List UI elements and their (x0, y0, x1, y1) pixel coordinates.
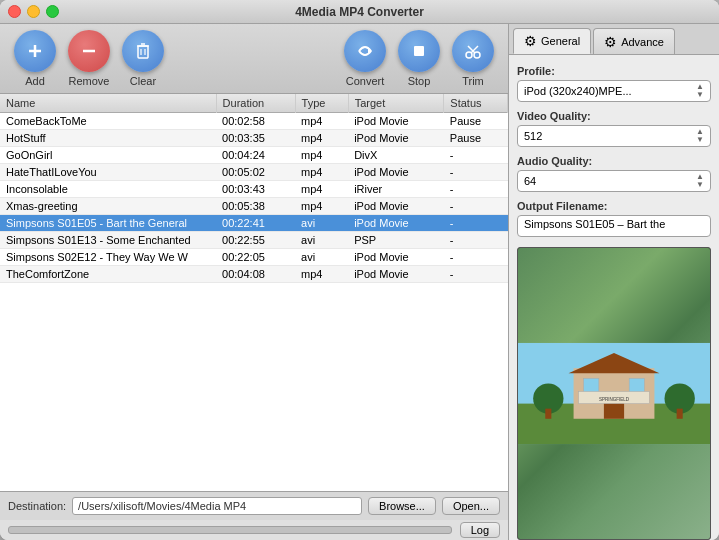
cell-name: TheComfortZone (0, 266, 216, 283)
cell-type: mp4 (295, 113, 348, 130)
cell-target: DivX (348, 147, 444, 164)
cell-name: HateThatILoveYou (0, 164, 216, 181)
cell-name: Simpsons S02E12 - They Way We W (0, 249, 216, 266)
cell-target: iPod Movie (348, 215, 444, 232)
profile-select[interactable]: iPod (320x240)MPE... ▲ ▼ (517, 80, 711, 102)
destination-label: Destination: (8, 500, 66, 512)
table-row[interactable]: HateThatILoveYou00:05:02mp4iPod Movie- (0, 164, 508, 181)
table-row[interactable]: GoOnGirl00:04:24mp4DivX- (0, 147, 508, 164)
file-list: Name Duration Type Target Status ComeBac… (0, 94, 508, 283)
cell-type: mp4 (295, 181, 348, 198)
table-row[interactable]: Xmas-greeting00:05:38mp4iPod Movie- (0, 198, 508, 215)
cell-name: Simpsons S01E13 - Some Enchanted (0, 232, 216, 249)
close-button[interactable] (8, 5, 21, 18)
cell-name: HotStuff (0, 130, 216, 147)
profile-arrows: ▲ ▼ (696, 83, 704, 99)
maximize-button[interactable] (46, 5, 59, 18)
audio-quality-label: Audio Quality: (517, 155, 711, 167)
tab-general[interactable]: ⚙ General (513, 28, 591, 54)
cell-type: avi (295, 249, 348, 266)
clear-label: Clear (130, 75, 156, 87)
cell-duration: 00:03:35 (216, 130, 295, 147)
profile-value: iPod (320x240)MPE... (524, 85, 692, 97)
cell-duration: 00:22:05 (216, 249, 295, 266)
table-row[interactable]: HotStuff00:03:35mp4iPod MoviePause (0, 130, 508, 147)
table-row[interactable]: Simpsons S01E13 - Some Enchanted00:22:55… (0, 232, 508, 249)
main-area: Add Remove (0, 24, 719, 540)
cell-name: Simpsons S01E05 - Bart the General (0, 215, 216, 232)
right-tabs: ⚙ General ⚙ Advance (509, 24, 719, 55)
stop-button[interactable]: Stop (394, 30, 444, 87)
convert-icon (344, 30, 386, 72)
cell-name: Xmas-greeting (0, 198, 216, 215)
table-row[interactable]: Inconsolable00:03:43mp4iRiver- (0, 181, 508, 198)
cell-type: mp4 (295, 147, 348, 164)
clear-button[interactable]: Clear (118, 30, 168, 87)
table-row[interactable]: Simpsons S01E05 - Bart the General00:22:… (0, 215, 508, 232)
destination-path[interactable]: /Users/xilisoft/Movies/4Media MP4 (72, 497, 362, 515)
col-target: Target (348, 94, 444, 113)
file-table-body: ComeBackToMe00:02:58mp4iPod MoviePauseHo… (0, 113, 508, 283)
open-button[interactable]: Open... (442, 497, 500, 515)
browse-button[interactable]: Browse... (368, 497, 436, 515)
cell-type: mp4 (295, 164, 348, 181)
table-row[interactable]: ComeBackToMe00:02:58mp4iPod MoviePause (0, 113, 508, 130)
video-quality-group: Video Quality: 512 ▲ ▼ (517, 110, 711, 147)
cell-type: mp4 (295, 130, 348, 147)
cell-name: Inconsolable (0, 181, 216, 198)
col-status: Status (444, 94, 508, 113)
cell-duration: 00:22:41 (216, 215, 295, 232)
remove-button[interactable]: Remove (64, 30, 114, 87)
cell-type: mp4 (295, 198, 348, 215)
cell-type: avi (295, 215, 348, 232)
svg-rect-24 (545, 409, 551, 419)
cell-status: - (444, 232, 508, 249)
convert-button[interactable]: Convert (340, 30, 390, 87)
output-filename-value[interactable]: Simpsons S01E05 – Bart the (517, 215, 711, 237)
table-row[interactable]: TheComfortZone00:04:08mp4iPod Movie- (0, 266, 508, 283)
video-quality-select[interactable]: 512 ▲ ▼ (517, 125, 711, 147)
log-button[interactable]: Log (460, 522, 500, 538)
cell-target: iPod Movie (348, 198, 444, 215)
video-quality-label: Video Quality: (517, 110, 711, 122)
title-bar: 4Media MP4 Converter (0, 0, 719, 24)
preview-scene: SPRINGFIELD (518, 248, 710, 539)
cell-duration: 00:03:43 (216, 181, 295, 198)
progress-row: Log (0, 520, 508, 540)
trim-icon (452, 30, 494, 72)
trim-button[interactable]: Trim (448, 30, 498, 87)
add-label: Add (25, 75, 45, 87)
table-row[interactable]: Simpsons S02E12 - They Way We W00:22:05a… (0, 249, 508, 266)
clear-icon (122, 30, 164, 72)
left-panel: Add Remove (0, 24, 509, 540)
cell-target: iPod Movie (348, 249, 444, 266)
audio-quality-select[interactable]: 64 ▲ ▼ (517, 170, 711, 192)
svg-text:SPRINGFIELD: SPRINGFIELD (599, 397, 630, 402)
traffic-lights (8, 5, 59, 18)
minimize-button[interactable] (27, 5, 40, 18)
settings-panel: Profile: iPod (320x240)MPE... ▲ ▼ Video … (509, 55, 719, 247)
cell-type: mp4 (295, 266, 348, 283)
col-duration: Duration (216, 94, 295, 113)
destination-bar: Destination: /Users/xilisoft/Movies/4Med… (0, 491, 508, 520)
cell-status: - (444, 147, 508, 164)
cell-target: PSP (348, 232, 444, 249)
cell-target: iPod Movie (348, 266, 444, 283)
add-icon (14, 30, 56, 72)
cell-duration: 00:05:02 (216, 164, 295, 181)
file-table[interactable]: Name Duration Type Target Status ComeBac… (0, 94, 508, 491)
main-window: 4Media MP4 Converter Add Remove (0, 0, 719, 540)
svg-rect-3 (138, 46, 148, 58)
tab-advance[interactable]: ⚙ Advance (593, 28, 675, 54)
preview-area: SPRINGFIELD ▶ ⏸ ■ (517, 247, 711, 540)
cell-status: Pause (444, 130, 508, 147)
cell-duration: 00:22:55 (216, 232, 295, 249)
audio-quality-group: Audio Quality: 64 ▲ ▼ (517, 155, 711, 192)
advance-icon: ⚙ (604, 34, 617, 50)
profile-group: Profile: iPod (320x240)MPE... ▲ ▼ (517, 65, 711, 102)
preview-image: SPRINGFIELD (518, 248, 710, 539)
add-button[interactable]: Add (10, 30, 60, 87)
cell-name: ComeBackToMe (0, 113, 216, 130)
stop-label: Stop (408, 75, 431, 87)
audio-quality-arrows: ▲ ▼ (696, 173, 704, 189)
